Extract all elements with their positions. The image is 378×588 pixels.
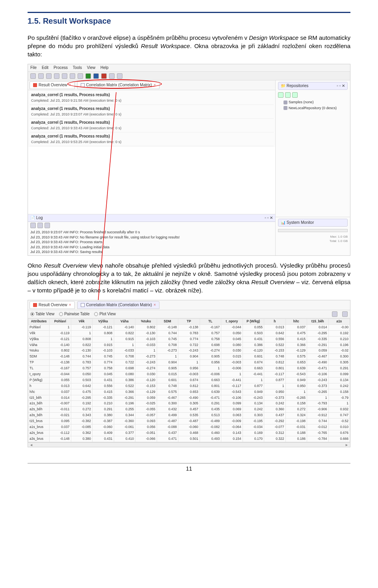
value-cell: 0.783	[178, 330, 200, 336]
menu-process[interactable]: Process	[54, 65, 68, 70]
value-cell: -0.033	[114, 348, 135, 354]
value-cell: 0.744	[157, 330, 178, 336]
undo-icon[interactable]	[70, 73, 75, 79]
log-search-icon[interactable]	[44, 223, 50, 228]
value-cell: -0.112	[50, 430, 71, 436]
switch-result-icon[interactable]	[117, 73, 122, 79]
save-icon[interactable]	[46, 73, 52, 79]
result-item[interactable]: analyza_correl (1 results, Process resul…	[30, 91, 274, 105]
tab-correlation-matrix-2[interactable]: Correlation Matrix (Correlation Matrix) …	[77, 301, 159, 309]
panel-controls-icon[interactable]: ▫ ▫ ✕	[337, 83, 345, 89]
value-cell: 0.877	[264, 377, 286, 383]
log-line: Jul 23, 2010 9:33:43 AM INFO: Saving res…	[30, 249, 273, 255]
menu-file[interactable]: File	[30, 65, 37, 70]
print-icon[interactable]	[62, 73, 67, 79]
radio-pairwise-table[interactable]: Pairwise Table	[59, 311, 89, 317]
repo-tree-item[interactable]: Samples (none)	[278, 99, 348, 105]
folder-icon	[284, 100, 287, 104]
value-cell: 1	[135, 348, 157, 354]
horizontal-scrollbar[interactable]: ◄►	[28, 442, 350, 447]
radio-table-view[interactable]: Table View	[30, 311, 54, 317]
value-cell: -0.273	[135, 354, 157, 360]
result-item[interactable]: analyza_correl (1 results, Process resul…	[30, 132, 274, 146]
value-cell: 0.093	[135, 419, 157, 424]
stop-icon[interactable]	[101, 73, 107, 79]
log-clear-icon[interactable]	[37, 223, 43, 228]
tab-result-overview-2[interactable]: Result Overview ×	[30, 301, 75, 309]
saveas-icon[interactable]	[54, 73, 59, 79]
tab-correlation-matrix[interactable]: Correlation Matrix (Correlation Matrix) …	[77, 81, 159, 89]
close-icon[interactable]: ×	[154, 82, 156, 88]
table-row: P (W/kg)0.0550.5030.4310.386-0.1200.6010…	[28, 377, 350, 383]
tab-result-overview[interactable]: Result Overview ×	[30, 81, 75, 89]
value-cell: 0.535	[178, 413, 200, 419]
value-cell: 0.663	[243, 366, 264, 372]
value-cell: 0.747	[328, 413, 350, 419]
value-cell: 0.037	[50, 424, 71, 430]
result-item-title: analyza_correl (1 results, Process resul…	[31, 106, 110, 111]
value-cell: -0.006	[221, 366, 243, 372]
value-cell: -0.117	[221, 383, 243, 389]
value-cell: 0.037	[50, 389, 71, 395]
radio-plot-view[interactable]: Plot View	[94, 311, 116, 317]
log-line: Jul 23, 2010 9:33:43 AM INFO: No filenam…	[30, 235, 273, 240]
value-cell: -0.031	[285, 424, 307, 430]
grid-icon	[81, 303, 85, 307]
switch-view-icon[interactable]	[109, 73, 115, 79]
menu-tools[interactable]: Tools	[73, 65, 82, 70]
value-cell: 0.030	[135, 371, 157, 377]
value-cell: -0.243	[307, 377, 329, 383]
menu-help[interactable]: Help	[100, 65, 109, 70]
value-cell: -0.167	[200, 324, 221, 330]
row-label-cell: h	[28, 383, 50, 389]
value-cell: 0.431	[243, 336, 264, 342]
value-cell: 0.255	[114, 407, 135, 413]
row-label-cell: Váha	[28, 342, 50, 348]
value-cell: -0.003	[178, 371, 200, 377]
pause-icon[interactable]	[93, 73, 99, 79]
repo-add-icon[interactable]	[278, 92, 284, 98]
close-icon[interactable]: ×	[69, 82, 71, 88]
value-cell: -0.140	[114, 324, 135, 330]
redo-icon[interactable]	[78, 73, 83, 79]
export-icon[interactable]	[332, 311, 337, 317]
repositories-title: 📁 Repositories	[281, 83, 308, 89]
value-cell: -0.033	[135, 342, 157, 348]
value-cell: 0.745	[157, 336, 178, 342]
value-cell: 0.037	[285, 324, 307, 330]
value-cell: 0.134	[328, 377, 350, 383]
value-cell: -0.117	[264, 371, 286, 377]
value-cell: 0.802	[135, 324, 157, 330]
value-cell: -0.360	[114, 419, 135, 424]
repo-expand-icon[interactable]	[292, 92, 298, 98]
open-icon[interactable]	[38, 73, 44, 79]
value-cell: -0.119	[71, 324, 93, 330]
menu-edit[interactable]: Edit	[42, 65, 48, 70]
value-cell: -0.793	[307, 401, 329, 407]
value-cell: 0.055	[243, 324, 264, 330]
result-item[interactable]: analyza_correl (1 results, Process resul…	[30, 119, 274, 132]
play-icon[interactable]	[85, 73, 91, 79]
repo-tree-item[interactable]: NewLocalRepository (0 descs)	[278, 105, 348, 111]
value-cell: -0.130	[135, 330, 157, 336]
panel-controls-icon[interactable]: ▫ ▫ ✕	[265, 215, 273, 221]
result-item[interactable]: analyza_correl (1 results, Process resul…	[30, 105, 274, 119]
close-icon[interactable]: ×	[69, 302, 71, 308]
log-save-icon[interactable]	[30, 223, 36, 228]
new-icon[interactable]	[30, 73, 36, 79]
value-cell: 0.575	[285, 354, 307, 360]
value-cell: 0.014	[50, 395, 71, 401]
value-cell: 0.415	[285, 336, 307, 342]
value-cell: 0.050	[71, 371, 93, 377]
menu-view[interactable]: View	[87, 65, 96, 70]
table-row: Věk-0.11910.8080.822-0.1300.7440.7830.75…	[28, 330, 350, 336]
value-cell: -0.291	[114, 395, 135, 401]
value-cell: 0.708	[157, 342, 178, 348]
repo-refresh-icon[interactable]	[285, 92, 291, 98]
value-cell: 0.471	[157, 436, 178, 442]
value-cell: -0.060	[178, 424, 200, 430]
settings-icon[interactable]	[342, 311, 348, 317]
close-icon[interactable]: ×	[154, 302, 156, 308]
value-cell: 0.362	[71, 430, 93, 436]
table-row: a1s_brus0.037-0.085-0.060-0.0610.056-0.0…	[28, 424, 350, 430]
